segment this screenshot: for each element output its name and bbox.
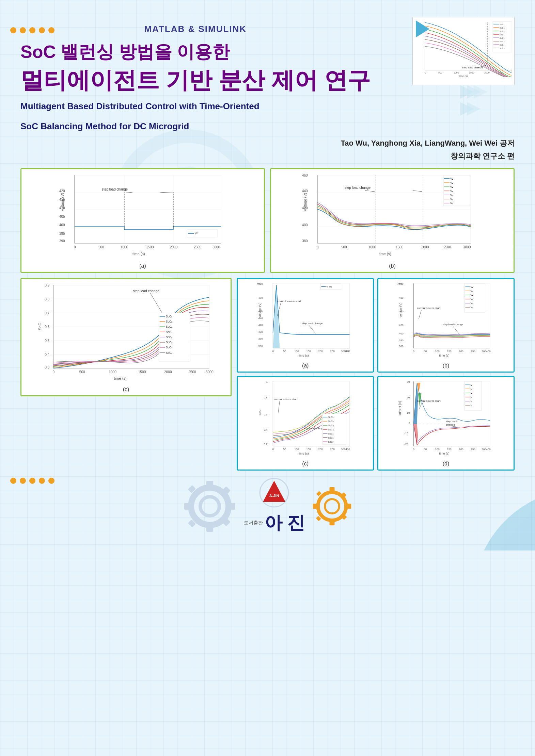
chart-cs-c: 1 0.8 0.6 0.4 0.2 SoC 0 50 100 150 200 [237, 376, 374, 471]
svg-text:SoC₅: SoC₅ [328, 432, 334, 435]
svg-text:0: 0 [413, 448, 415, 451]
svg-text:300: 300 [341, 448, 346, 451]
svg-text:SoC₂: SoC₂ [166, 320, 172, 323]
svg-text:SoC₁: SoC₁ [166, 315, 172, 318]
dot-bl2 [20, 478, 26, 484]
svg-text:0: 0 [74, 245, 76, 249]
svg-text:current (A): current (A) [398, 401, 402, 416]
svg-text:3000: 3000 [213, 245, 220, 249]
title-block: MATLAB & SIMULINK SoC 밸런싱 방법을 이용한 멀티에이전트… [20, 10, 371, 93]
svg-rect-320 [206, 526, 213, 532]
charts-row-1: 420 415 410 405 400 395 390 voltage (V) … [20, 168, 515, 273]
svg-text:1500: 1500 [138, 371, 146, 374]
chart-panel-c: 0.9 0.8 0.7 0.6 0.5 0.4 0.3 SoC 0 500 10… [20, 278, 232, 396]
svg-text:360: 360 [399, 345, 404, 348]
svg-text:2000: 2000 [484, 71, 490, 74]
svg-text:time (s): time (s) [299, 452, 309, 455]
dot-bl1 [10, 478, 16, 484]
svg-text:V₂: V₂ [450, 181, 453, 184]
svg-text:V₅: V₅ [471, 302, 473, 305]
svg-text:0.6: 0.6 [45, 325, 49, 329]
svg-rect-334 [313, 504, 317, 509]
svg-text:480: 480 [399, 296, 404, 299]
svg-text:400: 400 [399, 332, 404, 335]
svg-text:340: 340 [257, 282, 262, 285]
soc-chart-svg: SoC 0.8 0.7 0.6 0.5 0.4 0.3 0.2 0.1 [425, 21, 512, 77]
svg-text:SoC: SoC [38, 323, 42, 330]
svg-text:voltage (V): voltage (V) [60, 193, 64, 211]
svg-marker-5 [474, 85, 487, 99]
dot-bl4 [39, 478, 45, 484]
top-right-chart-panel: SoC 0.8 0.7 0.6 0.5 0.4 0.3 0.2 0.1 [412, 14, 515, 85]
svg-text:0.7: 0.7 [45, 311, 49, 315]
svg-text:SoC₅: SoC₅ [166, 336, 172, 339]
svg-text:current source start: current source start [274, 398, 298, 401]
svg-text:2500: 2500 [498, 71, 503, 74]
svg-text:I₆: I₆ [471, 404, 472, 407]
page-content: MATLAB & SIMULINK SoC 밸런싱 방법을 이용한 멀티에이전트… [0, 0, 535, 552]
svg-rect-319 [206, 481, 213, 487]
svg-text:0: 0 [413, 350, 415, 353]
svg-text:0.4: 0.4 [264, 428, 268, 431]
svg-text:1000: 1000 [454, 71, 459, 74]
top-section: MATLAB & SIMULINK SoC 밸런싱 방법을 이용한 멀티에이전트… [20, 10, 515, 93]
svg-text:420: 420 [258, 324, 263, 327]
svg-text:V₃: V₃ [450, 185, 453, 188]
svg-text:SoC₇: SoC₇ [328, 441, 334, 443]
svg-text:voltage (V): voltage (V) [303, 193, 307, 211]
subtitle-line1: Multiagent Based Distributed Control wit… [20, 100, 515, 113]
svg-text:SoC₄: SoC₄ [328, 428, 334, 431]
chart-panel-a: 420 415 410 405 400 395 390 voltage (V) … [20, 168, 265, 273]
dot5 [48, 27, 54, 33]
svg-text:SoC₆: SoC₆ [166, 341, 172, 344]
svg-text:1500: 1500 [469, 71, 474, 74]
chart-cs-c-svg: 1 0.8 0.6 0.4 0.2 SoC 0 50 100 150 200 [240, 380, 370, 458]
svg-text:V₆: V₆ [450, 198, 453, 201]
svg-text:340: 340 [397, 282, 402, 285]
svg-text:SoC₅: SoC₅ [500, 37, 505, 39]
svg-text:100: 100 [295, 350, 299, 353]
svg-text:SoC₇: SoC₇ [500, 44, 505, 46]
svg-text:500: 500 [438, 71, 442, 74]
svg-text:I₁: I₁ [471, 384, 472, 386]
svg-text:360: 360 [258, 345, 263, 348]
svg-text:step load: step load [446, 420, 457, 423]
svg-text:30: 30 [407, 380, 410, 383]
svg-text:1000: 1000 [368, 245, 376, 249]
svg-text:SoC₃: SoC₃ [166, 325, 172, 328]
svg-text:SoC₄: SoC₄ [500, 34, 505, 36]
svg-text:SoC₁: SoC₁ [500, 23, 505, 26]
svg-text:V₁: V₁ [450, 177, 453, 180]
svg-text:1500: 1500 [396, 245, 404, 249]
svg-text:500: 500 [79, 371, 85, 374]
svg-text:SoC₈: SoC₈ [500, 47, 505, 49]
svg-text:I₅: I₅ [471, 400, 472, 402]
svg-rect-169 [273, 283, 350, 348]
svg-text:current source start: current source start [417, 307, 441, 310]
svg-text:0: 0 [53, 371, 55, 374]
current-source-row-ab: 500 480 460 440 420 400 380 360 340 volt… [237, 278, 515, 373]
svg-text:V₇: V₇ [450, 202, 453, 205]
svg-rect-335 [347, 504, 351, 509]
svg-text:10: 10 [407, 411, 410, 414]
svg-text:0.8: 0.8 [45, 297, 49, 301]
svg-text:2000: 2000 [170, 245, 178, 249]
svg-point-331 [325, 499, 339, 513]
svg-text:I₂: I₂ [471, 388, 472, 390]
svg-marker-328 [263, 481, 285, 502]
chart-cs-b-label: (b) [381, 363, 511, 369]
gear-icon-left [183, 479, 237, 533]
dot1 [10, 27, 16, 33]
svg-text:480: 480 [258, 296, 263, 299]
svg-text:voltage (V): voltage (V) [399, 303, 403, 318]
chart-cs-d-svg: 30 20 10 0 -10 -20 current (A) 0 50 100 … [381, 380, 511, 458]
svg-point-318 [200, 497, 219, 516]
svg-text:500: 500 [98, 245, 104, 249]
svg-text:2000: 2000 [421, 245, 429, 249]
svg-rect-260 [322, 414, 346, 444]
chart-cs-b: 500 480 460 420 400 380 360 340 voltage … [377, 278, 515, 373]
svg-text:SoC₆: SoC₆ [328, 437, 334, 439]
publisher-triangle: A-JIN [259, 477, 289, 508]
svg-text:SoC₂: SoC₂ [500, 27, 505, 29]
svg-point-317 [191, 488, 229, 525]
